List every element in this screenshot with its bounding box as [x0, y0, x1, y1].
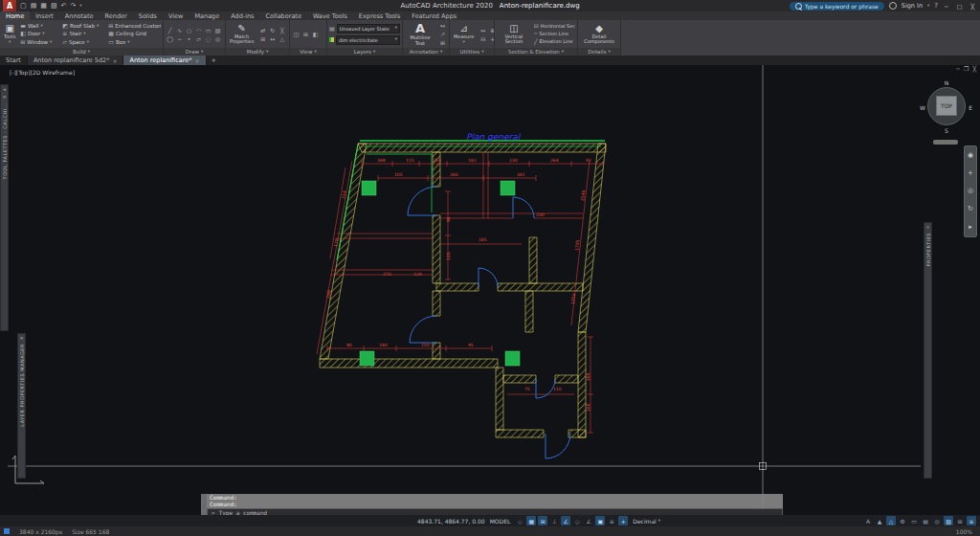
units-dropdown[interactable]: Decimal ▾	[633, 518, 660, 525]
doc-close-icon[interactable]: ╳	[972, 65, 976, 72]
array-icon[interactable]: ▦	[287, 34, 289, 42]
rectangle-icon[interactable]: ▭	[204, 26, 212, 34]
ribbon-tab-add-ins[interactable]: Add-ins	[225, 11, 259, 20]
doc-restore-icon[interactable]: ❒	[964, 65, 969, 72]
save-icon[interactable]: ▦	[40, 3, 47, 10]
leader-icon[interactable]: ↗	[438, 31, 447, 38]
app-logo[interactable]: A	[3, 0, 16, 11]
spline-icon[interactable]: ∼	[175, 34, 184, 42]
table-icon[interactable]: ⊞	[438, 39, 447, 47]
ribbon-tab-express-tools[interactable]: Express Tools	[353, 11, 406, 20]
vertical-section-button[interactable]: ◫ Vertical Section	[497, 21, 531, 47]
undo-icon[interactable]: ↶	[61, 3, 67, 10]
modify-panel-label[interactable]: Modify▾	[226, 48, 289, 56]
sign-in-button[interactable]: Sign In	[902, 2, 923, 10]
region-icon[interactable]: ▱	[194, 34, 203, 42]
ribbon-tab-home[interactable]: Home	[0, 11, 30, 20]
collapse-icon[interactable]: ◂	[3, 87, 6, 92]
dimension-icon[interactable]: ↔	[438, 22, 447, 30]
id-point-icon[interactable]: ⊕	[488, 26, 494, 34]
navigation-bar[interactable]: ◉+◎↻▸	[964, 145, 977, 237]
viewcube-south-label[interactable]: S	[945, 127, 948, 134]
hatch-icon[interactable]: ▨	[213, 26, 222, 34]
viewcube-west-label[interactable]: W	[920, 104, 925, 111]
visual-styles-icon[interactable]: ◧	[311, 31, 320, 38]
properties-palette-strip[interactable]: × PROPERTIES	[924, 222, 932, 479]
file-tab-start[interactable]: Start	[0, 56, 28, 65]
donut-icon[interactable]: ◎	[213, 34, 222, 42]
ribbon-tab-wave-tools[interactable]: Wave Tools	[307, 11, 353, 20]
file-tab-anton-replanificare[interactable]: Anton replanificare* ×	[123, 56, 206, 65]
ribbon-tab-view[interactable]: View	[163, 11, 189, 20]
viewcube-north-label[interactable]: N	[945, 79, 949, 86]
mirror-icon[interactable]: ⇅	[287, 26, 289, 34]
point-icon[interactable]: •	[185, 34, 193, 42]
detail-components-button[interactable]: ◆ Detail Components	[580, 21, 618, 47]
ortho-mode-icon[interactable]: ⊥	[549, 516, 559, 525]
ellipse-icon[interactable]: ◯	[166, 34, 174, 42]
infer-constraints-icon[interactable]: ◇	[515, 516, 524, 525]
command-grip[interactable]: ⋮	[201, 494, 207, 515]
redo-icon[interactable]: ↷	[70, 3, 76, 10]
open-file-icon[interactable]: ▤	[31, 3, 37, 10]
ribbon-tab-manage[interactable]: Manage	[189, 11, 225, 20]
minimize-button[interactable]: ─	[943, 3, 950, 10]
drawing-canvas[interactable]: Plan general 348115254182130264921052603…	[0, 65, 980, 515]
menu-icon[interactable]: ≡	[19, 336, 23, 341]
pan-icon[interactable]: +	[968, 170, 973, 177]
space-button[interactable]: ▱Space▾	[62, 39, 105, 45]
show-motion-icon[interactable]: ▸	[969, 224, 972, 231]
graphics-performance-icon[interactable]: ▧	[944, 516, 953, 525]
tools-button[interactable]: ▣ Tools ▾	[2, 21, 17, 47]
helix-icon[interactable]: ◌	[204, 34, 212, 42]
quick-calc-icon[interactable]: ⊟	[479, 34, 487, 42]
ceiling-grid-button[interactable]: ▦Ceiling Grid	[108, 31, 161, 36]
layers-panel-label[interactable]: Layers▾	[327, 48, 402, 56]
draw-panel-label[interactable]: Draw▾	[164, 48, 225, 56]
snap-mode-icon[interactable]: ▦	[526, 516, 536, 525]
menu-icon[interactable]: ≡	[2, 95, 6, 100]
orbit-icon[interactable]: ↻	[968, 206, 973, 212]
isometric-drafting-icon[interactable]: ◇	[572, 516, 582, 525]
polyline-icon[interactable]: ∿	[175, 26, 184, 34]
stair-button[interactable]: ≡Stair▾	[62, 31, 105, 36]
horizontal-section-button[interactable]: ⊟Horizontal Section	[534, 23, 575, 30]
multiline-text-button[interactable]: A Multiline Text	[405, 21, 435, 47]
annotation-monitor-icon[interactable]: ▭	[909, 516, 919, 525]
file-tab-anton-replanificare-5d2[interactable]: Anton replanificare 5d2* ×	[28, 56, 124, 65]
ribbon-tab-insert[interactable]: Insert	[30, 11, 59, 20]
distance-icon[interactable]: ↔	[479, 26, 487, 34]
layer-state-dropdown[interactable]: Unsaved Layer State ▾	[337, 24, 400, 34]
object-snap-icon[interactable]: ▣	[595, 516, 605, 525]
ribbon-tab-solids[interactable]: Solids	[133, 11, 163, 20]
search-input[interactable]: Type a keyword or phrase	[790, 2, 884, 11]
customize-icon[interactable]: ≡	[967, 516, 976, 525]
measure-button[interactable]: ⊿ Measure ▾	[452, 21, 476, 47]
help-icon[interactable]: ?	[934, 3, 938, 10]
zoom-icon[interactable]: ◎	[968, 188, 973, 194]
section-elevation-panel-label[interactable]: Section & Elevation▾	[495, 48, 577, 56]
tab-close-icon[interactable]: ×	[112, 57, 117, 64]
elevation-line-button[interactable]: ╱Elevation Line	[534, 38, 575, 45]
ribbon-tab-collaborate[interactable]: Collaborate	[260, 11, 307, 20]
ribbon-tab-annotate[interactable]: Annotate	[59, 11, 100, 20]
utilities-panel-label[interactable]: Utilities▾	[450, 48, 494, 56]
close-icon[interactable]: ×	[925, 225, 929, 230]
copy-icon[interactable]: ⊞	[258, 34, 267, 42]
details-panel-label[interactable]: Details▾	[578, 48, 620, 56]
trim-icon[interactable]: ╳	[278, 26, 286, 34]
dynamic-input-icon[interactable]: +	[618, 516, 628, 525]
build-panel-label[interactable]: Build▾	[0, 48, 163, 56]
match-properties-button[interactable]: ✎ Match Properties	[228, 21, 256, 47]
object-snap-tracking-icon[interactable]: ∠	[584, 516, 593, 525]
doc-minimize-icon[interactable]: ─	[956, 65, 960, 72]
polar-tracking-icon[interactable]: ∠	[561, 516, 570, 525]
maximize-button[interactable]: □	[955, 3, 965, 10]
plot-icon[interactable]: ▨	[51, 3, 57, 10]
ribbon-tab-featured-apps[interactable]: Featured Apps	[406, 11, 462, 20]
close-button[interactable]: ╳	[969, 3, 976, 10]
quick-properties-icon[interactable]: ▤	[921, 516, 930, 525]
arc-icon[interactable]: ◠	[194, 26, 203, 34]
layer-properties-strip[interactable]: ≡ LAYER PROPERTIES MANAGER	[17, 333, 26, 479]
viewcube-top-face[interactable]: TOP	[936, 96, 957, 116]
